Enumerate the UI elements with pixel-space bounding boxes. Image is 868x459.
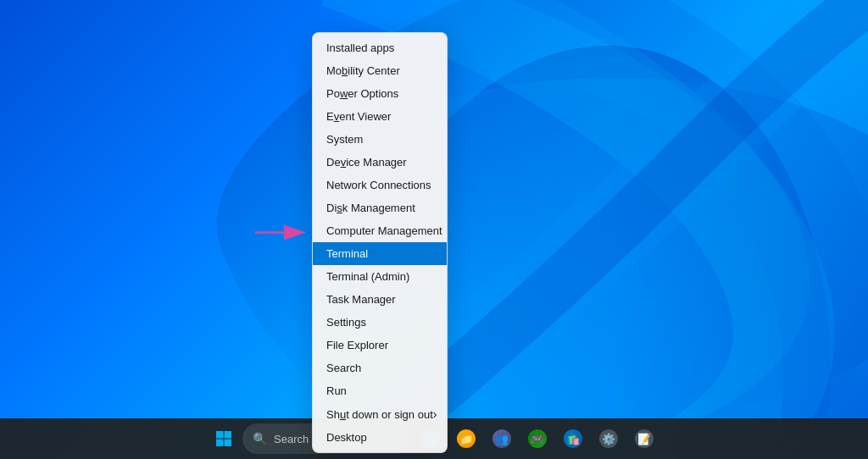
menu-item-device-manager[interactable]: Device Manager [313,151,447,174]
taskbar-search-text: Search [274,433,309,445]
svg-rect-3 [225,431,232,439]
menu-item-settings[interactable]: Settings [313,311,447,334]
taskbar-explorer-icon[interactable]: 📁 [449,422,483,456]
xbox-icon: 🎮 [528,429,547,448]
notepad-icon: 📝 [635,429,654,448]
settings-icon: ⚙️ [599,429,618,448]
menu-item-network-connections[interactable]: Network Connections [313,174,447,196]
taskbar-settings-icon[interactable]: ⚙️ [592,422,626,456]
menu-item-terminal[interactable]: Terminal [313,242,447,265]
menu-item-task-manager[interactable]: Task Manager [313,288,447,311]
taskbar-store-icon[interactable]: 🛍️ [556,422,590,456]
menu-item-shut-down[interactable]: Shut down or sign out [313,402,447,426]
menu-item-system[interactable]: System [313,128,447,151]
menu-item-desktop[interactable]: Desktop [313,426,447,449]
menu-item-run[interactable]: Run [313,379,447,402]
menu-item-terminal-admin[interactable]: Terminal (Admin) [313,265,447,288]
file-explorer-icon: 📁 [457,429,476,448]
menu-item-mobility-center[interactable]: Mobility Center [313,59,447,82]
svg-rect-4 [216,440,224,447]
svg-rect-5 [225,440,232,447]
svg-rect-2 [216,431,224,439]
menu-item-power-options[interactable]: Power Options [313,82,447,105]
search-icon: 🔍 [253,432,267,445]
store-icon: 🛍️ [564,429,582,448]
menu-item-search[interactable]: Search [313,357,447,379]
context-menu: Installed apps Mobility Center Power Opt… [312,32,448,453]
taskbar-teams-icon[interactable]: 👥 [485,422,519,456]
desktop: Installed apps Mobility Center Power Opt… [0,0,868,459]
teams-icon: 👥 [492,429,511,448]
start-button[interactable] [207,422,241,456]
taskbar-notepad-icon[interactable]: 📝 [627,422,661,456]
menu-item-file-explorer[interactable]: File Explorer [313,334,447,357]
taskbar-xbox-icon[interactable]: 🎮 [520,422,554,456]
menu-item-computer-management[interactable]: Computer Management [313,219,447,242]
arrow-pointer [250,220,318,246]
menu-item-installed-apps[interactable]: Installed apps [313,36,447,59]
menu-item-disk-management[interactable]: Disk Management [313,196,447,219]
menu-item-event-viewer[interactable]: Event Viewer [313,105,447,128]
